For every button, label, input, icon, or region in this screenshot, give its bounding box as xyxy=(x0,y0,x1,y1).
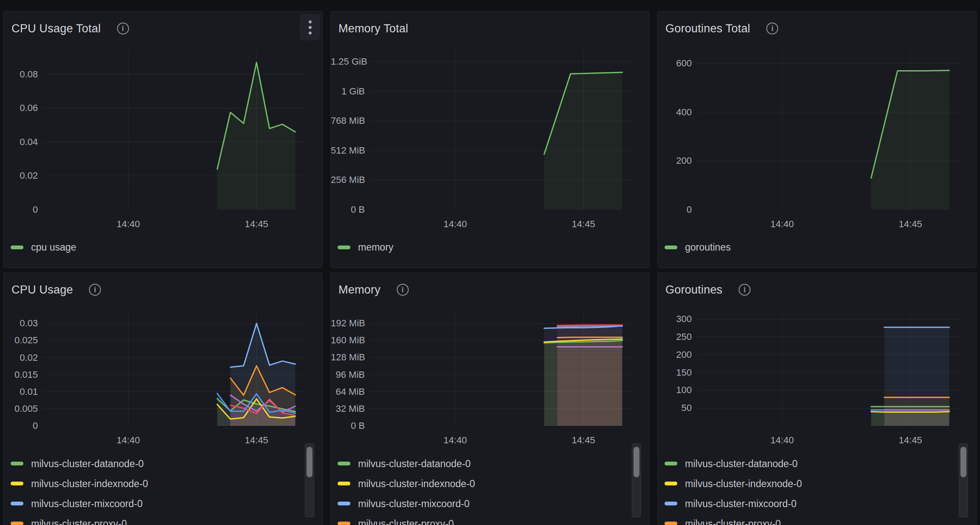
series-color-marker xyxy=(338,462,350,465)
y-axis-label: 64 MiB xyxy=(331,386,365,398)
panel-header: Goroutines i xyxy=(658,273,976,307)
legend-label: milvus-cluster-proxy-0 xyxy=(358,518,454,525)
legend-item-proxy[interactable]: milvus-cluster-proxy-0 xyxy=(11,514,297,525)
series-color-marker xyxy=(11,245,23,249)
info-icon[interactable]: i xyxy=(89,284,101,296)
legend: milvus-cluster-datanode-0 milvus-cluster… xyxy=(665,454,951,525)
x-axis-label: 14:40 xyxy=(752,434,812,446)
plot-wrap: 0 B256 MiB512 MiB768 MiB1 GiB1.25 GiB14:… xyxy=(331,49,649,210)
info-icon[interactable]: i xyxy=(397,284,409,296)
scrollbar-thumb[interactable] xyxy=(307,447,312,477)
memory-total-chart[interactable] xyxy=(370,49,634,210)
legend-label: milvus-cluster-indexnode-0 xyxy=(358,478,475,490)
legend-item[interactable]: goroutines xyxy=(665,241,731,253)
y-axis-label: 200 xyxy=(658,349,692,361)
y-axis-label: 300 xyxy=(658,313,692,325)
plot-wrap: 0 B32 MiB64 MiB96 MiB128 MiB160 MiB192 M… xyxy=(331,308,649,426)
goroutines-chart[interactable] xyxy=(697,308,961,426)
series-color-marker xyxy=(338,482,350,485)
legend-label: milvus-cluster-indexnode-0 xyxy=(31,478,148,490)
series-color-marker xyxy=(11,462,23,465)
y-axis-label: 0.005 xyxy=(4,403,38,415)
y-axis-label: 512 MiB xyxy=(331,145,365,157)
legend-item-indexnode[interactable]: milvus-cluster-indexnode-0 xyxy=(338,474,624,494)
goroutines-total-chart[interactable] xyxy=(697,49,961,210)
y-axis-label: 768 MiB xyxy=(331,115,365,127)
panel-cpu-usage: CPU Usage i 00.0050.010.0150.020.0250.03… xyxy=(3,272,323,525)
y-axis-label: 0 B xyxy=(331,204,365,216)
panel-menu-button[interactable] xyxy=(300,14,320,40)
legend-item-proxy[interactable]: milvus-cluster-proxy-0 xyxy=(665,514,951,525)
legend-item-mixcoord[interactable]: milvus-cluster-mixcoord-0 xyxy=(338,494,624,514)
dashboard-grid: CPU Usage Total i 00.020.040.060.0814:40… xyxy=(0,0,980,525)
legend: memory xyxy=(338,240,393,254)
y-axis-label: 250 xyxy=(658,331,692,343)
panel-title: Memory Total xyxy=(338,22,408,35)
y-axis-label: 200 xyxy=(658,155,692,167)
legend-item-indexnode[interactable]: milvus-cluster-indexnode-0 xyxy=(665,474,951,494)
x-axis-label: 14:40 xyxy=(98,218,158,230)
y-axis-label: 128 MiB xyxy=(331,351,365,363)
panel-goroutines: Goroutines i 5010015020025030014:4014:45… xyxy=(657,272,977,525)
legend-label: milvus-cluster-datanode-0 xyxy=(31,458,144,470)
legend-label: milvus-cluster-mixcoord-0 xyxy=(358,498,470,510)
y-axis-label: 0.03 xyxy=(4,317,38,329)
y-axis-label: 0 xyxy=(4,204,38,216)
kebab-dot xyxy=(309,26,312,29)
panel-title: CPU Usage Total xyxy=(11,22,101,35)
legend-label: cpu usage xyxy=(31,241,76,253)
series-color-marker xyxy=(11,482,23,485)
y-axis-label: 96 MiB xyxy=(331,369,365,381)
panel-header: CPU Usage Total i xyxy=(4,11,322,46)
y-axis-label: 1.25 GiB xyxy=(331,56,365,68)
y-axis-label: 400 xyxy=(658,106,692,118)
legend-item-mixcoord[interactable]: milvus-cluster-mixcoord-0 xyxy=(665,494,951,514)
legend-item[interactable]: cpu usage xyxy=(11,241,76,253)
x-axis-label: 14:40 xyxy=(98,434,158,446)
legend-label: milvus-cluster-proxy-0 xyxy=(685,518,781,525)
y-axis-label: 150 xyxy=(658,367,692,379)
panel-title: Memory xyxy=(338,283,381,297)
x-axis-label: 14:45 xyxy=(881,218,940,230)
info-icon[interactable]: i xyxy=(117,23,129,34)
legend-item-mixcoord[interactable]: milvus-cluster-mixcoord-0 xyxy=(11,494,297,514)
cpu-usage-total-chart[interactable] xyxy=(43,49,307,210)
series-color-marker xyxy=(665,482,677,485)
legend: goroutines xyxy=(665,240,731,254)
y-axis-label: 160 MiB xyxy=(331,334,365,346)
legend-item-datanode[interactable]: milvus-cluster-datanode-0 xyxy=(338,454,624,474)
legend-item-proxy[interactable]: milvus-cluster-proxy-0 xyxy=(338,514,624,525)
x-axis-label: 14:45 xyxy=(554,434,613,446)
legend: cpu usage xyxy=(11,240,76,254)
legend-scrollbar[interactable] xyxy=(959,443,968,517)
legend-item-datanode[interactable]: milvus-cluster-datanode-0 xyxy=(665,454,951,474)
scrollbar-thumb[interactable] xyxy=(633,447,639,477)
y-axis-label: 1 GiB xyxy=(331,86,365,97)
kebab-dot xyxy=(309,31,312,34)
info-icon[interactable]: i xyxy=(739,284,751,296)
info-icon[interactable]: i xyxy=(766,23,778,34)
legend-scrollbar[interactable] xyxy=(305,443,314,517)
y-axis-label: 0.04 xyxy=(4,136,38,148)
legend-label: milvus-cluster-datanode-0 xyxy=(358,458,471,470)
panel-memory-total: Memory Total 0 B256 MiB512 MiB768 MiB1 G… xyxy=(330,11,650,268)
x-axis-label: 14:45 xyxy=(227,434,287,446)
plot-wrap: 00.0050.010.0150.020.0250.0314:4014:45 xyxy=(4,308,322,426)
cpu-usage-chart[interactable] xyxy=(43,308,307,426)
y-axis-label: 0 xyxy=(658,204,692,216)
legend-scrollbar[interactable] xyxy=(632,443,641,517)
y-axis-label: 0.02 xyxy=(4,170,38,182)
legend-item[interactable]: memory xyxy=(338,241,393,253)
y-axis-label: 0.02 xyxy=(4,352,38,364)
x-axis-label: 14:45 xyxy=(554,218,613,230)
panel-cpu-usage-total: CPU Usage Total i 00.020.040.060.0814:40… xyxy=(3,11,323,268)
x-axis-label: 14:45 xyxy=(881,434,940,446)
plot-wrap: 020040060014:4014:45 xyxy=(658,49,976,210)
x-axis-label: 14:40 xyxy=(425,434,485,446)
memory-chart[interactable] xyxy=(370,308,634,426)
legend-item-indexnode[interactable]: milvus-cluster-indexnode-0 xyxy=(11,474,297,494)
legend-item-datanode[interactable]: milvus-cluster-datanode-0 xyxy=(11,454,297,474)
y-axis-label: 50 xyxy=(658,402,692,414)
x-axis-label: 14:40 xyxy=(752,218,812,230)
scrollbar-thumb[interactable] xyxy=(960,447,966,477)
